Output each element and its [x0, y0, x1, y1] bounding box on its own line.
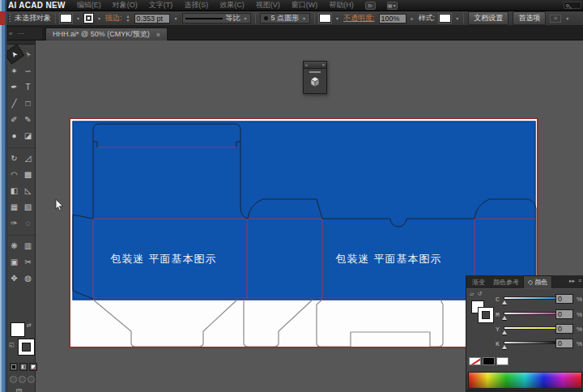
tool-rotate[interactable]: ↻ [7, 150, 21, 166]
stroke-weight-field[interactable]: 0.353 pt [134, 14, 170, 23]
tool-shape-builder[interactable]: ◧ [7, 182, 21, 198]
tab-color-guide[interactable]: 颜色参考 [489, 276, 523, 288]
workspace-icon[interactable]: ≡ [550, 15, 561, 23]
collapse-icon[interactable]: » [305, 62, 308, 67]
menu-select[interactable]: 选择(S) [184, 0, 208, 11]
close-icon[interactable]: × [156, 31, 160, 39]
chevron-down-icon[interactable]: ▾ [97, 15, 101, 21]
stroke-color-swatch[interactable] [84, 14, 93, 23]
tool-scale[interactable]: ◿ [21, 150, 35, 166]
fill-proxy[interactable] [11, 322, 25, 337]
bridge-icon[interactable]: Br [365, 2, 376, 10]
tool-slice[interactable]: ✂ [21, 254, 35, 270]
menu-help[interactable]: 帮助(H) [329, 0, 354, 11]
tool-artboard[interactable]: ▣ [7, 254, 21, 270]
yellow-value-field[interactable]: 0 [555, 324, 573, 334]
magenta-slider-handle[interactable] [502, 316, 507, 320]
draw-inside-button[interactable] [28, 376, 35, 383]
fill-color-swatch[interactable] [60, 14, 72, 23]
tool-width[interactable]: ◠ [7, 166, 21, 182]
swap-fill-stroke-icon[interactable]: ⇄ [27, 322, 32, 329]
draw-behind-button[interactable] [19, 376, 26, 383]
tab-gradient[interactable]: 渐变 [468, 276, 489, 288]
tool-symbol-sprayer[interactable]: ❋ [7, 237, 21, 254]
arrange-documents-icon[interactable]: ▦▾ [387, 2, 398, 10]
tab-color[interactable]: ◇ 颜色 [523, 275, 552, 288]
black-swatch[interactable] [483, 357, 495, 365]
tool-eraser[interactable]: ◪ [21, 127, 35, 143]
cyan-value-field[interactable]: 0 [555, 294, 573, 304]
tool-zoom[interactable]: ◍ [21, 270, 35, 286]
panel-grip[interactable] [8, 14, 11, 23]
tool-perspective-grid[interactable]: ◺ [21, 182, 35, 198]
default-fill-stroke-icon[interactable]: ▱ [470, 291, 474, 297]
opacity-panel-link[interactable]: 不透明度: [343, 13, 375, 23]
default-fill-stroke-icon[interactable]: ◱ [9, 342, 15, 348]
menu-view[interactable]: 视图(V) [256, 0, 280, 11]
screen-mode-button[interactable]: ▤ [15, 387, 23, 392]
tool-eyedropper[interactable]: ✑ [7, 215, 21, 231]
menu-effect[interactable]: 效果(C) [219, 0, 245, 11]
menu-object[interactable]: 对象(O) [113, 0, 138, 11]
tool-type[interactable]: T [21, 79, 35, 95]
tool-rectangle[interactable]: □ [21, 95, 35, 111]
cyan-slider-track[interactable] [504, 296, 557, 300]
tool-gradient[interactable]: ▧ [21, 198, 35, 215]
tool-pencil[interactable]: ✎ [21, 111, 35, 127]
menu-window[interactable]: 窗口(W) [292, 0, 318, 11]
cyan-slider-handle[interactable] [502, 300, 507, 305]
tool-blend[interactable]: ◌ [21, 215, 35, 231]
menu-type[interactable]: 文字(T) [149, 0, 173, 11]
tool-blob-brush[interactable]: ● [7, 127, 21, 143]
black-slider-track[interactable] [504, 341, 557, 344]
draw-normal-button[interactable] [10, 376, 17, 383]
stroke-proxy[interactable] [479, 308, 493, 322]
swap-icon[interactable]: ↺ [477, 291, 482, 297]
chevron-down-icon[interactable]: ▾ [76, 15, 80, 21]
color-mode-button[interactable] [10, 363, 18, 371]
chevron-down-icon[interactable]: ▾ [455, 15, 459, 21]
style-swatch[interactable] [439, 14, 451, 23]
search-input[interactable] [564, 2, 581, 9]
opacity-field[interactable]: 100% [379, 14, 406, 23]
tool-hand[interactable]: ✥ [7, 270, 21, 286]
preferences-button[interactable]: 首选项 [513, 11, 546, 25]
document-setup-button[interactable]: 文档设置 [468, 11, 509, 25]
magenta-slider-track[interactable] [504, 312, 557, 315]
tool-paintbrush[interactable]: ✐ [7, 111, 21, 127]
tool-magic-wand[interactable]: ✶ [7, 62, 21, 79]
dock-collapse-widget[interactable]: « ⋯ [6, 28, 42, 40]
tool-line-segment[interactable]: ╱ [7, 95, 21, 111]
black-value-field[interactable]: 0 [555, 339, 573, 348]
tool-pen[interactable]: ✒ [7, 79, 21, 95]
panel-menu-icon[interactable]: ≡ [578, 278, 581, 284]
yellow-slider-track[interactable] [504, 326, 557, 330]
white-swatch[interactable] [496, 357, 509, 365]
stroke-profile-select[interactable]: 等比 ▾ [182, 13, 251, 23]
stroke-panel-link[interactable]: 描边: [105, 13, 122, 23]
brush-select[interactable]: 5 点圆形 ▾ [260, 13, 311, 23]
tool-free-transform[interactable]: ▩ [21, 166, 35, 182]
none-swatch[interactable] [469, 357, 481, 365]
tool-column-graph[interactable]: ▥ [21, 237, 35, 254]
chevron-down-icon[interactable]: ▾ [174, 15, 178, 21]
stroke-proxy[interactable] [19, 339, 34, 355]
yellow-slider-handle[interactable] [502, 330, 507, 334]
tool-mesh[interactable]: ▦ [7, 198, 21, 215]
chevron-right-icon[interactable]: ▸ [411, 15, 415, 21]
color-spectrum-bar[interactable] [468, 372, 582, 389]
black-slider-handle[interactable] [502, 345, 507, 349]
none-mode-button[interactable] [29, 363, 37, 371]
close-icon[interactable]: × [322, 62, 325, 67]
floating-mini-panel[interactable]: » × [303, 61, 327, 94]
stroke-weight-stepper[interactable]: ▲▼ [126, 15, 130, 22]
magenta-value-field[interactable]: 0 [555, 309, 573, 319]
tool-direct-selection[interactable]: ➢ [17, 44, 38, 64]
gradient-mode-button[interactable] [19, 363, 28, 371]
chevron-down-icon[interactable]: ▾ [565, 15, 569, 21]
menu-edit[interactable]: 编辑(E) [77, 0, 101, 11]
collapse-icon[interactable]: ▸▸ [569, 278, 575, 284]
variable-width-swatch[interactable] [319, 14, 331, 23]
document-tab[interactable]: HHH.ai* @ 50% (CMYK/预览) × [45, 28, 168, 40]
tool-lasso[interactable]: ∽ [21, 62, 35, 79]
